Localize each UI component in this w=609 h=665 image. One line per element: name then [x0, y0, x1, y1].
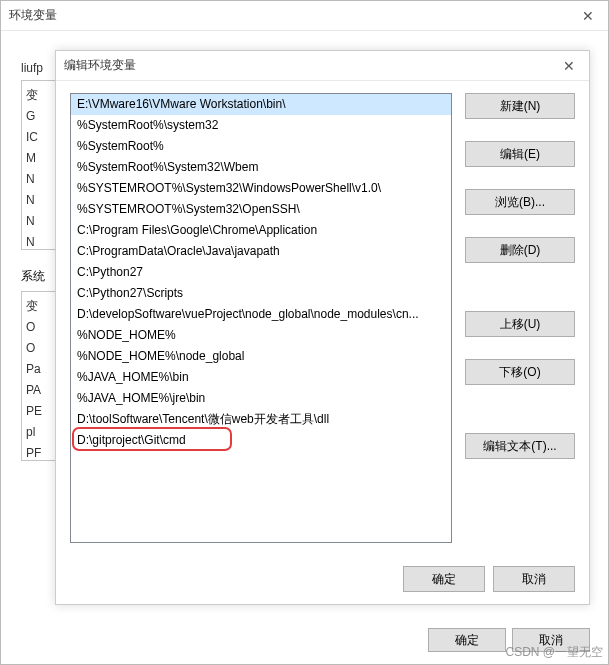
- parent-title: 环境变量: [9, 7, 57, 24]
- edit-text-button[interactable]: 编辑文本(T)...: [465, 433, 575, 459]
- path-list-item[interactable]: C:\ProgramData\Oracle\Java\javapath: [71, 241, 451, 262]
- path-list-item[interactable]: %SYSTEMROOT%\System32\OpenSSH\: [71, 199, 451, 220]
- path-list-item[interactable]: C:\Python27\Scripts: [71, 283, 451, 304]
- path-list-item[interactable]: D:\gitproject\Git\cmd: [71, 430, 451, 451]
- close-icon[interactable]: ✕: [568, 1, 608, 31]
- parent-titlebar: 环境变量 ✕: [1, 1, 608, 31]
- path-list-item[interactable]: %JAVA_HOME%\jre\bin: [71, 388, 451, 409]
- path-list-item[interactable]: %JAVA_HOME%\bin: [71, 367, 451, 388]
- edit-button[interactable]: 编辑(E): [465, 141, 575, 167]
- delete-button[interactable]: 删除(D): [465, 237, 575, 263]
- side-button-group: 新建(N) 编辑(E) 浏览(B)... 删除(D) 上移(U) 下移(O) 编…: [465, 93, 575, 467]
- ok-button[interactable]: 确定: [428, 628, 506, 652]
- cancel-button[interactable]: 取消: [493, 566, 575, 592]
- path-list-item[interactable]: %NODE_HOME%\node_global: [71, 346, 451, 367]
- path-list-item[interactable]: E:\VMware16\VMware Workstation\bin\: [71, 94, 451, 115]
- path-list-item[interactable]: %SystemRoot%: [71, 136, 451, 157]
- path-list-item[interactable]: D:\developSoftware\vueProject\node_globa…: [71, 304, 451, 325]
- modal-title: 编辑环境变量: [64, 57, 136, 74]
- edit-env-var-dialog: 编辑环境变量 ✕ E:\VMware16\VMware Workstation\…: [55, 50, 590, 605]
- modal-body: E:\VMware16\VMware Workstation\bin\%Syst…: [56, 81, 589, 604]
- path-list-item[interactable]: C:\Python27: [71, 262, 451, 283]
- new-button[interactable]: 新建(N): [465, 93, 575, 119]
- path-list-item[interactable]: %NODE_HOME%: [71, 325, 451, 346]
- watermark-text: CSDN @一望无空: [505, 644, 603, 661]
- close-icon[interactable]: ✕: [549, 51, 589, 81]
- path-list-item[interactable]: D:\toolSoftware\Tencent\微信web开发者工具\dll: [71, 409, 451, 430]
- move-down-button[interactable]: 下移(O): [465, 359, 575, 385]
- browse-button[interactable]: 浏览(B)...: [465, 189, 575, 215]
- ok-button[interactable]: 确定: [403, 566, 485, 592]
- modal-dialog-buttons: 确定 取消: [403, 566, 575, 592]
- path-list-item[interactable]: %SystemRoot%\System32\Wbem: [71, 157, 451, 178]
- path-list-item[interactable]: C:\Program Files\Google\Chrome\Applicati…: [71, 220, 451, 241]
- move-up-button[interactable]: 上移(U): [465, 311, 575, 337]
- modal-titlebar: 编辑环境变量 ✕: [56, 51, 589, 81]
- path-listbox[interactable]: E:\VMware16\VMware Workstation\bin\%Syst…: [70, 93, 452, 543]
- path-list-item[interactable]: %SYSTEMROOT%\System32\WindowsPowerShell\…: [71, 178, 451, 199]
- path-list-item[interactable]: %SystemRoot%\system32: [71, 115, 451, 136]
